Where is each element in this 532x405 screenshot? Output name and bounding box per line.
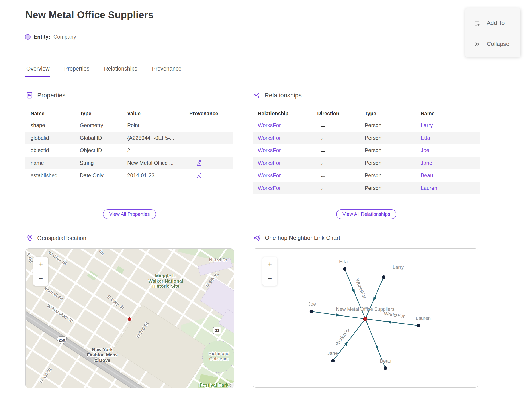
property-name: globalid <box>26 135 80 141</box>
collapse-button[interactable]: Collapse <box>466 34 520 54</box>
direction-arrow: ← <box>317 159 365 167</box>
entity-name-link[interactable]: Etta <box>421 135 430 141</box>
view-all-relationships-button[interactable]: View All Relationships <box>336 209 396 219</box>
relationships-icon <box>253 92 260 99</box>
map-zoom-in-button[interactable]: + <box>33 257 48 271</box>
relationship-link[interactable]: WorksFor <box>258 160 281 166</box>
property-type: Date Only <box>80 172 127 179</box>
relationship-type: Person <box>365 147 421 154</box>
node-label: Joe <box>308 301 316 307</box>
properties-table-header: Name Type Value Provenance <box>26 108 233 119</box>
relationship-link[interactable]: WorksFor <box>258 172 281 178</box>
one-hop-link-chart[interactable]: WorksForWorksForWorksForEttaLarryJoeLaur… <box>253 248 478 388</box>
map-label: Walker National <box>148 279 183 284</box>
provenance-icon[interactable] <box>196 160 202 166</box>
edge-label: WorksFor <box>334 327 351 347</box>
map-label: Fashion Mens <box>87 352 118 357</box>
relationship-type: Person <box>365 122 421 128</box>
col-type: Type <box>80 111 127 117</box>
route-shield: 33 <box>213 327 221 334</box>
relationships-section-header: Relationships <box>253 92 302 99</box>
edge-arrow-icon <box>344 341 348 346</box>
entity-type-icon <box>25 34 31 40</box>
map-label: Maggie L. <box>155 273 177 278</box>
property-type: Global ID <box>80 135 127 141</box>
node-label: Jane <box>327 351 338 356</box>
graph-edge[interactable] <box>365 319 418 326</box>
chart-zoom-in-button[interactable]: + <box>262 257 277 271</box>
property-row: nameStringNew Metal Office ... <box>26 157 233 169</box>
svg-text:250: 250 <box>59 338 65 343</box>
entity-name-link[interactable]: Larry <box>421 122 433 128</box>
tab-properties[interactable]: Properties <box>63 65 90 77</box>
collapse-label: Collapse <box>487 40 509 47</box>
direction-arrow: ← <box>317 172 365 179</box>
node-label: Lauren <box>416 315 431 321</box>
entity-name-link[interactable]: Beau <box>421 172 433 178</box>
view-all-properties-row: View All Properties <box>26 209 233 219</box>
graph-node[interactable] <box>343 267 346 271</box>
add-to-icon <box>473 20 481 27</box>
property-value: 2 <box>127 147 189 154</box>
properties-icon <box>26 92 33 99</box>
add-to-button[interactable]: Add To <box>466 13 520 34</box>
relationship-link[interactable]: WorksFor <box>258 122 281 128</box>
graph-node[interactable] <box>331 359 335 362</box>
tab-provenance[interactable]: Provenance <box>151 65 182 77</box>
relationship-link[interactable]: WorksFor <box>258 147 281 153</box>
direction-arrow: ← <box>317 184 365 192</box>
relationships-table: Relationship Direction Type Name WorksFo… <box>253 108 480 194</box>
property-row: establishedDate Only2014-01-23 <box>26 169 233 182</box>
map-label: Historic Site <box>152 284 179 289</box>
graph-node[interactable] <box>382 276 386 279</box>
relationship-row: WorksFor←PersonEtta <box>253 132 480 144</box>
entity-type-value: Company <box>53 34 76 40</box>
geospatial-map[interactable]: 25033 W Clay Stk RdSaarshall StW Marshal… <box>26 248 234 388</box>
property-value: 2014-01-23 <box>127 172 189 179</box>
graph-center-node[interactable] <box>364 317 367 321</box>
properties-section-header: Properties <box>26 92 66 99</box>
col-name: Name <box>421 111 480 117</box>
graph-node[interactable] <box>384 366 387 370</box>
map-label: N 3rd St <box>209 257 227 262</box>
map-label: & Boys <box>94 358 110 363</box>
edge-label: WorksFor <box>384 311 405 319</box>
entity-detail-page: New Metal Office Suppliers Entity: Compa… <box>0 0 532 405</box>
col-type: Type <box>365 111 421 117</box>
entity-name-link[interactable]: Jane <box>421 160 432 166</box>
edge-arrow-icon <box>352 289 355 293</box>
graph-node[interactable] <box>310 310 313 313</box>
property-name: shape <box>26 122 80 128</box>
col-name: Name <box>26 111 80 117</box>
tab-overview[interactable]: Overview <box>26 65 50 77</box>
entity-name-link[interactable]: Joe <box>421 147 429 153</box>
tab-relationships[interactable]: Relationships <box>103 65 138 77</box>
col-direction: Direction <box>317 111 365 117</box>
graph-node[interactable] <box>417 324 420 327</box>
direction-arrow: ← <box>317 122 365 129</box>
relationship-link[interactable]: WorksFor <box>258 135 281 141</box>
map-pin-icon <box>27 234 33 242</box>
node-label: Etta <box>339 259 348 264</box>
property-row: globalidGlobal ID{A228944F-0EF5-... <box>26 132 233 144</box>
chart-zoom-control: + − <box>262 257 277 286</box>
edge-arrow-icon <box>336 313 341 317</box>
node-label: Larry <box>393 264 404 270</box>
property-name: objectid <box>26 147 80 154</box>
property-value: Point <box>127 122 189 128</box>
relationship-link[interactable]: WorksFor <box>258 185 281 191</box>
provenance-icon[interactable] <box>196 172 202 179</box>
view-all-properties-button[interactable]: View All Properties <box>103 209 156 219</box>
map-zoom-out-button[interactable]: − <box>33 271 48 286</box>
entity-name-link[interactable]: Lauren <box>421 185 437 191</box>
direction-arrow: ← <box>317 147 365 154</box>
relationship-row: WorksFor←PersonLauren <box>253 182 480 195</box>
page-title: New Metal Office Suppliers <box>26 9 154 20</box>
entity-label: Entity: <box>34 34 50 40</box>
direction-arrow: ← <box>317 134 365 142</box>
edge-arrow-icon <box>387 321 392 324</box>
chart-zoom-out-button[interactable]: − <box>262 271 277 286</box>
property-row: shapeGeometryPoint <box>26 119 233 132</box>
relationship-type: Person <box>365 172 421 179</box>
map-canvas: 25033 W Clay Stk RdSaarshall StW Marshal… <box>26 249 234 388</box>
